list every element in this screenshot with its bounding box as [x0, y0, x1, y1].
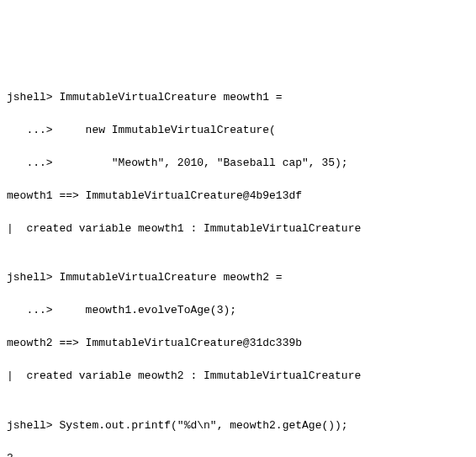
output-line: ...> "Meowth", 2010, "Baseball cap", 35)…	[7, 155, 469, 172]
output-line: jshell> ImmutableVirtualCreature meowth1…	[7, 89, 469, 106]
output-line: | created variable meowth1 : ImmutableVi…	[7, 221, 469, 237]
output-line: jshell> ImmutableVirtualCreature meowth2…	[7, 269, 469, 286]
output-line: | created variable meowth2 : ImmutableVi…	[7, 368, 469, 385]
output-line: jshell> System.out.printf("%d\n", meowth…	[7, 417, 469, 434]
output-line: ...> meowth1.evolveToAge(3);	[7, 302, 469, 319]
output-line: meowth1 ==> ImmutableVirtualCreature@4b9…	[7, 188, 469, 205]
output-line: meowth2 ==> ImmutableVirtualCreature@31d…	[7, 335, 469, 352]
output-line: ...> new ImmutableVirtualCreature(	[7, 122, 469, 139]
output-line: 3	[7, 450, 469, 458]
jshell-terminal[interactable]: jshell> ImmutableVirtualCreature meowth1…	[7, 72, 469, 457]
